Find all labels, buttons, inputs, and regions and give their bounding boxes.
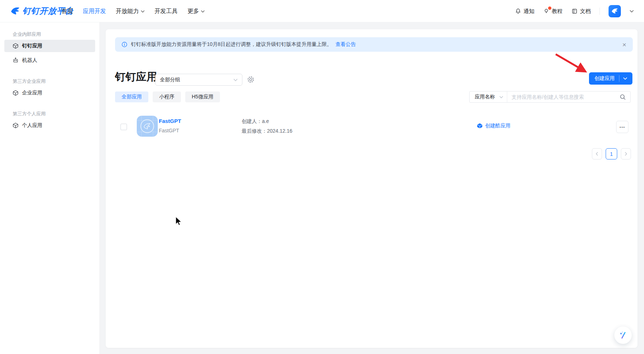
app-more-actions-button[interactable]: ... [616,121,628,133]
divider [599,8,600,15]
nav-item-more[interactable]: 更多 [187,8,205,15]
app-type-tabs: 全部应用 小程序 H5微应用 [115,91,220,102]
notifications-button[interactable]: 通知 [515,8,534,15]
group-filter-select[interactable]: 全部分组 [155,74,242,86]
nav-item-home[interactable]: 首页 [62,8,73,15]
chevron-down-icon [233,78,238,81]
ai-assistant-fab[interactable] [614,327,632,344]
robot-icon [13,57,18,63]
tab-all-apps[interactable]: 全部应用 [115,91,148,102]
tab-mini-program[interactable]: 小程序 [153,91,181,102]
banner-announcement-link[interactable]: 查看公告 [335,41,356,48]
app-row-checkbox[interactable] [120,124,127,130]
main-content-card: 钉钉标准版开放能力资源用量将于10月8日起进行调整，建议升级钉钉版本提升用量上限… [106,29,637,348]
nav-item-open-capability[interactable]: 开放能力 [116,8,145,15]
app-name-link[interactable]: FastGPT [159,118,181,124]
nav-item-app-dev[interactable]: 应用开发 [83,8,106,15]
bell-icon [515,8,521,14]
pagination-next-button[interactable] [621,148,631,159]
cool-app-cube-icon [477,123,483,129]
search-field-selector[interactable]: 应用名称 [470,91,507,102]
app-icon[interactable] [137,116,158,137]
page-title: 钉钉应用 [115,70,157,84]
pagination-prev-button[interactable] [592,148,602,159]
sidebar: 企业内部应用 钉钉应用 机器人 第三方企业应用 企业应用 第三方个人应用 个人应… [0,22,100,354]
tutorial-button[interactable]: 教程 [543,8,563,15]
sidebar-section-internal-apps: 企业内部应用 [13,31,99,38]
sidebar-item-dingtalk-apps[interactable]: 钉钉应用 [4,40,95,52]
create-cool-app-link[interactable]: 创建酷应用 [477,123,510,129]
banner-close-icon[interactable]: × [622,41,626,48]
dingtalk-wing-icon [10,6,20,16]
pagination: 1 [592,148,631,159]
search-icon[interactable] [620,94,626,100]
notice-banner: 钉钉标准版开放能力资源用量将于10月8日起进行调整，建议升级钉钉版本提升用量上限… [115,37,633,52]
tab-h5-micro-app[interactable]: H5微应用 [185,91,220,102]
info-icon [122,42,127,47]
pagination-page-1[interactable]: 1 [606,148,617,159]
main-nav: 首页 应用开发 开放能力 开发工具 更多 [62,0,205,22]
app-search-box: 应用名称 [469,91,631,103]
chevron-down-icon[interactable] [619,77,631,80]
sidebar-item-corp-apps[interactable]: 企业应用 [4,87,95,99]
avatar-chevron-icon[interactable] [630,10,634,13]
nav-item-dev-tools[interactable]: 开发工具 [154,8,178,15]
docs-button[interactable]: 文档 [571,8,591,15]
top-navbar: 钉钉开放平台 首页 应用开发 开放能力 开发工具 更多 通知 [0,0,644,22]
group-settings-gear-icon[interactable] [247,76,255,84]
navbar-right: 通知 教程 文档 [515,0,634,22]
document-icon [571,8,578,14]
search-input[interactable] [507,94,620,100]
create-app-button[interactable]: 创建应用 [589,72,632,85]
cube-icon [13,90,18,96]
app-last-modified: 最后修改：2024.12.16 [242,128,292,135]
cube-icon [13,123,18,128]
sidebar-item-robots[interactable]: 机器人 [4,54,95,67]
chevron-down-icon [141,10,145,13]
banner-message: 钉钉标准版开放能力资源用量将于10月8日起进行调整，建议升级钉钉版本提升用量上限… [131,41,332,48]
chevron-down-icon [201,10,205,13]
app-creator: 创建人：a.e [242,118,269,125]
user-avatar[interactable] [609,5,621,17]
chevron-down-icon [499,96,503,98]
notification-dot [548,7,551,10]
sidebar-section-thirdparty-corp: 第三方企业应用 [13,78,99,85]
app-list-row: FastGPT FastGPT 创建人：a.e 最后修改：2024.12.16 … [106,113,637,148]
sidebar-item-personal-apps[interactable]: 个人应用 [4,119,95,132]
sidebar-section-thirdparty-personal: 第三方个人应用 [13,111,99,117]
cube-icon [13,43,18,49]
app-subtitle: FastGPT [159,128,179,133]
